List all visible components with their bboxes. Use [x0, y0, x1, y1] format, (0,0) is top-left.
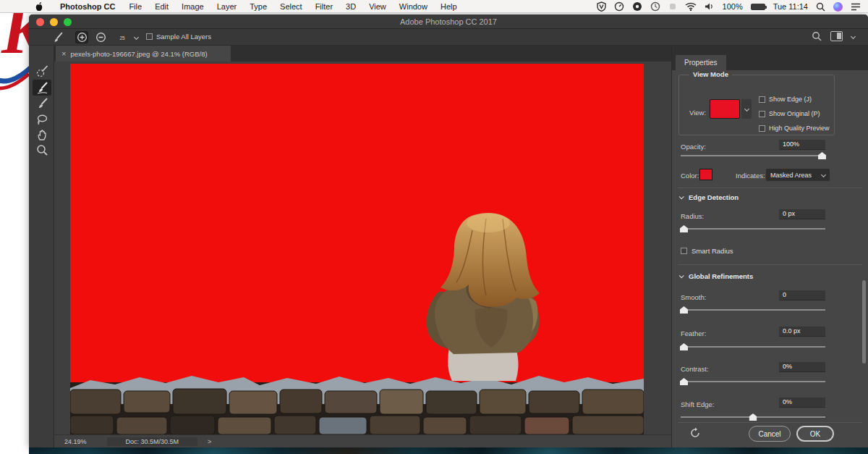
slider-knob[interactable]	[749, 413, 757, 421]
watermark-swoosh	[0, 6, 29, 143]
refine-edge-brush-tool[interactable]	[33, 80, 51, 96]
brush-tool[interactable]	[33, 96, 51, 112]
cancel-button[interactable]: Cancel	[749, 426, 791, 442]
feather-slider[interactable]	[681, 346, 825, 348]
dark-circle-status-icon[interactable]	[632, 0, 642, 13]
menu-3d[interactable]: 3D	[339, 0, 362, 13]
opacity-slider[interactable]	[681, 155, 825, 156]
zoom-tool[interactable]	[33, 142, 51, 158]
menu-type[interactable]: Type	[243, 0, 273, 13]
smooth-label: Smooth:	[681, 293, 706, 301]
slider-knob[interactable]	[680, 225, 688, 232]
smooth-slider[interactable]	[681, 309, 825, 311]
contrast-value-field[interactable]: 0%	[779, 362, 825, 372]
view-mode-thumbnail[interactable]	[710, 99, 740, 119]
section-divider	[678, 188, 862, 188]
edge-detection-title: Edge Detection	[689, 193, 739, 201]
opacity-value-field[interactable]: 100%	[779, 140, 825, 150]
workspace-switcher-icon[interactable]	[830, 31, 843, 41]
panel-scrollbar[interactable]	[862, 280, 866, 363]
ok-button[interactable]: OK	[796, 426, 834, 442]
slider-knob[interactable]	[818, 152, 826, 159]
lasso-tool[interactable]	[33, 112, 51, 127]
spotlight-search-icon[interactable]	[816, 0, 825, 13]
checkbox-box-icon[interactable]	[759, 111, 765, 117]
clock-status-icon[interactable]	[650, 0, 660, 13]
view-label: View:	[689, 109, 706, 117]
global-refinements-header[interactable]: Global Refinements	[679, 272, 753, 280]
menu-edit[interactable]: Edit	[148, 0, 175, 13]
sample-all-layers-label: Sample All Layers	[156, 33, 211, 41]
workspace-chevron-icon[interactable]	[851, 33, 856, 38]
menu-app-name[interactable]: Photoshop CC	[54, 0, 122, 13]
smart-radius-checkbox[interactable]: Smart Radius	[681, 247, 733, 255]
close-tab-icon[interactable]: ×	[61, 50, 66, 57]
checkbox-box-icon[interactable]	[759, 125, 765, 132]
add-to-selection-button[interactable]	[75, 31, 88, 43]
hand-tool[interactable]	[33, 127, 51, 143]
brush-size-chevron-icon[interactable]	[134, 35, 139, 40]
document-size-indicator: Doc: 30.5M/30.5M	[107, 437, 198, 446]
menu-layer[interactable]: Layer	[210, 0, 244, 13]
menu-image[interactable]: Image	[175, 0, 210, 13]
quick-selection-tool[interactable]	[33, 63, 51, 79]
reset-settings-button[interactable]	[688, 426, 702, 440]
slider-knob[interactable]	[680, 343, 688, 350]
wifi-icon[interactable]	[685, 0, 697, 13]
search-icon[interactable]	[812, 31, 822, 41]
radius-slider[interactable]	[681, 228, 825, 230]
menu-view[interactable]: View	[362, 0, 393, 13]
menu-file[interactable]: File	[122, 0, 148, 13]
shield-status-icon[interactable]	[597, 0, 606, 13]
menu-window[interactable]: Window	[393, 0, 434, 13]
battery-percent-label: 100%	[723, 2, 743, 11]
menu-filter[interactable]: Filter	[309, 0, 339, 13]
sample-all-layers-checkbox[interactable]: Sample All Layers	[146, 33, 211, 41]
smooth-value-field[interactable]: 0	[779, 290, 825, 300]
subtract-from-selection-button[interactable]	[94, 31, 107, 43]
menu-select[interactable]: Select	[273, 0, 309, 13]
document-tab[interactable]: × pexels-photo-196667.jpeg @ 24.1% (RGB/…	[56, 46, 231, 62]
high-quality-preview-checkbox[interactable]: High Quality Preview	[759, 125, 830, 132]
checkbox-box-icon[interactable]	[759, 96, 765, 103]
slider-knob[interactable]	[680, 378, 688, 385]
checkbox-box-icon[interactable]	[146, 33, 153, 40]
edge-detection-header[interactable]: Edge Detection	[679, 193, 739, 201]
screenshot-stage: K Photoshop CC File Edit Image Layer Typ…	[0, 0, 868, 454]
canvas-image[interactable]	[70, 64, 644, 434]
brush-size-picker[interactable]: 25	[113, 30, 132, 45]
show-original-label: Show Original (P)	[769, 110, 820, 117]
overlay-color-swatch[interactable]	[699, 169, 712, 180]
chevron-down-icon	[821, 172, 826, 177]
radius-value-field[interactable]: 0 px	[779, 209, 825, 219]
apple-menu-icon[interactable]	[35, 1, 43, 11]
contrast-slider[interactable]	[681, 381, 825, 382]
photoshop-window: Adobe Photoshop CC 2017 25 Sample All La…	[29, 14, 868, 447]
status-options-arrow-icon[interactable]: >	[208, 438, 211, 445]
volume-icon[interactable]	[705, 0, 715, 13]
menu-help[interactable]: Help	[434, 0, 464, 13]
shift-edge-label: Shift Edge:	[681, 400, 714, 408]
menu-clock-label[interactable]: Tue 11:14	[773, 2, 808, 11]
faded-status-icon[interactable]	[668, 0, 677, 13]
battery-icon[interactable]	[751, 0, 765, 13]
tab-properties[interactable]: Properties	[676, 55, 726, 70]
show-original-checkbox[interactable]: Show Original (P)	[759, 110, 820, 117]
show-edge-checkbox[interactable]: Show Edge (J)	[759, 96, 812, 103]
indicates-dropdown[interactable]: Masked Areas	[766, 169, 830, 181]
shift-edge-slider[interactable]	[681, 416, 825, 418]
checkbox-box-icon[interactable]	[681, 248, 687, 254]
feather-value-field[interactable]: 0.0 px	[779, 327, 825, 337]
chevron-down-icon	[744, 106, 749, 112]
gauge-status-icon[interactable]	[614, 0, 624, 13]
properties-panel: Properties View Mode View: Show Edge (J)…	[671, 46, 868, 447]
siri-icon[interactable]	[833, 0, 843, 13]
notification-center-icon[interactable]	[851, 0, 861, 13]
slider-knob[interactable]	[680, 306, 688, 314]
zoom-level-field[interactable]: 24.19%	[64, 438, 87, 445]
view-mode-title: View Mode	[689, 70, 732, 78]
shift-edge-value-field[interactable]: 0%	[779, 398, 825, 408]
indicates-value: Masked Areas	[770, 172, 812, 179]
overlay-color-label: Color:	[681, 172, 699, 180]
view-mode-dropdown-button[interactable]	[741, 99, 752, 119]
